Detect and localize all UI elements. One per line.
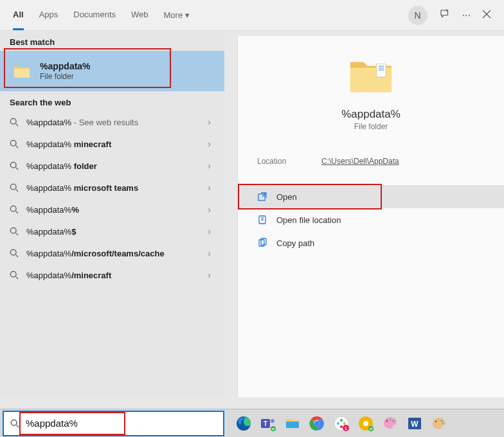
avatar[interactable]: N (408, 6, 428, 25)
svg-point-5 (10, 227, 16, 233)
best-match-item[interactable]: %appdata% File folder (0, 51, 224, 91)
search-icon (10, 118, 19, 127)
search-icon (10, 227, 19, 236)
search-icon (10, 205, 19, 214)
search-icon (10, 183, 19, 192)
svg-point-44 (442, 422, 444, 424)
preview-title: %appdata% (238, 108, 504, 121)
svg-text:T: T (264, 420, 267, 427)
suggestion-text: %appdata% minecraft (26, 139, 200, 149)
svg-rect-29 (343, 422, 346, 425)
tab-all[interactable]: All (13, 1, 24, 30)
folder-icon-large (348, 55, 393, 95)
action-open-label: Open (276, 192, 297, 202)
file-location-icon (257, 215, 267, 225)
search-icon (10, 271, 19, 280)
svg-point-4 (10, 206, 16, 211)
svg-point-43 (441, 420, 443, 422)
palette-icon[interactable] (431, 416, 447, 431)
search-icon (10, 419, 19, 428)
svg-point-36 (386, 420, 388, 422)
more-icon[interactable]: ··· (462, 10, 471, 21)
svg-point-3 (10, 184, 16, 190)
tab-web[interactable]: Web (131, 1, 148, 30)
search-input[interactable] (26, 418, 217, 429)
web-suggestion[interactable]: %appdata%/minecraft › (0, 264, 224, 286)
main-area: Best match %appdata% File folder Search … (0, 31, 504, 397)
taskbar-icons: T 1 W (227, 416, 447, 431)
taskbar: T 1 W (0, 409, 504, 437)
web-suggestion[interactable]: %appdata%$ › (0, 220, 224, 242)
web-suggestion[interactable]: %appdata%% › (0, 199, 224, 220)
paint-icon[interactable] (382, 416, 398, 431)
chevron-down-icon: ▾ (185, 10, 190, 20)
svg-point-7 (10, 271, 16, 277)
svg-point-2 (10, 162, 16, 168)
svg-point-1 (10, 140, 16, 146)
chevron-right-icon: › (208, 204, 211, 215)
close-icon[interactable] (482, 10, 491, 21)
taskbar-search-box[interactable] (3, 411, 224, 436)
svg-point-41 (435, 420, 437, 422)
chevron-right-icon: › (208, 117, 211, 127)
svg-point-20 (271, 419, 274, 423)
tab-apps[interactable]: Apps (39, 1, 59, 30)
action-open[interactable]: Open (238, 185, 504, 208)
file-explorer-icon[interactable] (285, 416, 300, 431)
feedback-icon[interactable] (439, 8, 451, 22)
svg-rect-11 (379, 69, 384, 70)
action-open-location-label: Open file location (276, 215, 341, 225)
word-icon[interactable]: W (407, 416, 422, 431)
svg-point-16 (11, 420, 17, 425)
web-suggestion[interactable]: %appdata% - See web results › (0, 111, 224, 133)
svg-point-35 (368, 426, 374, 431)
suggestion-text: %appdata%$ (26, 227, 200, 236)
copy-icon (257, 238, 267, 248)
svg-rect-28 (340, 419, 343, 422)
suggestion-text: %appdata%% (26, 205, 200, 215)
filter-tabs: All Apps Documents Web More ▾ (13, 1, 408, 30)
tab-more[interactable]: More ▾ (164, 1, 190, 30)
svg-text:1: 1 (345, 426, 347, 431)
teams-icon[interactable]: T (260, 416, 276, 431)
search-web-header: Search the web (0, 91, 224, 111)
action-copy-path[interactable]: Copy path (238, 231, 504, 254)
web-suggestion[interactable]: %appdata% minecraft › (0, 133, 224, 155)
svg-point-25 (315, 421, 320, 425)
search-icon (10, 161, 19, 170)
svg-rect-27 (337, 422, 339, 425)
chrome-canary-icon[interactable] (358, 416, 374, 431)
preview-panel: %appdata% File folder Location C:\Users\… (237, 36, 504, 397)
svg-point-42 (438, 418, 440, 420)
chevron-right-icon: › (208, 139, 211, 149)
search-icon (10, 249, 19, 258)
svg-point-34 (363, 421, 368, 426)
web-suggestion[interactable]: %appdata% folder › (0, 155, 224, 177)
web-suggestion[interactable]: %appdata%/microsoft/teams/cache › (0, 242, 224, 264)
chevron-right-icon: › (208, 183, 211, 193)
slack-icon[interactable]: 1 (334, 416, 349, 431)
chrome-icon[interactable] (309, 416, 325, 431)
edge-icon[interactable] (236, 416, 251, 431)
preview-subtitle: File folder (238, 122, 504, 131)
preview-header: %appdata% File folder (238, 55, 504, 131)
best-match-title: %appdata% (40, 61, 212, 71)
tab-documents[interactable]: Documents (73, 1, 116, 30)
location-link[interactable]: C:\Users\Dell\AppData (321, 157, 399, 166)
suggestion-text: %appdata%/minecraft (26, 271, 200, 280)
svg-text:W: W (411, 420, 419, 429)
chevron-right-icon: › (208, 270, 211, 280)
svg-point-0 (10, 118, 16, 124)
svg-point-38 (393, 420, 395, 422)
search-icon (10, 139, 19, 148)
web-suggestion[interactable]: %appdata% microsoft teams › (0, 177, 224, 199)
suggestion-text: %appdata% folder (26, 161, 200, 171)
svg-rect-30 (340, 425, 343, 428)
tab-more-label: More (164, 10, 183, 20)
suggestion-text: %appdata%/microsoft/teams/cache (26, 249, 200, 258)
chevron-right-icon: › (208, 161, 211, 171)
suggestion-text: %appdata% microsoft teams (26, 183, 200, 193)
folder-icon (13, 64, 31, 78)
action-open-location[interactable]: Open file location (238, 208, 504, 231)
best-match-text: %appdata% File folder (40, 61, 212, 81)
